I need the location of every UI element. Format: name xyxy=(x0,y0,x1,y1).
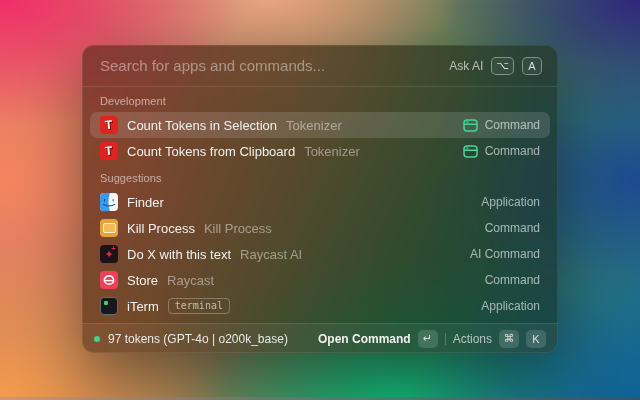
command-icon xyxy=(463,145,478,158)
search-input[interactable] xyxy=(98,56,441,75)
terminal-tag: terminal xyxy=(168,298,230,314)
return-key-icon: ↵ xyxy=(418,330,438,348)
status-dot-icon xyxy=(94,336,100,342)
item-title: Count Tokens from Clipboard xyxy=(127,144,295,159)
item-subtitle: Raycast xyxy=(167,273,214,288)
item-type-label: Application xyxy=(481,299,540,313)
results-list: Development T Count Tokens in Selection … xyxy=(82,87,558,323)
item-title: iTerm xyxy=(127,299,159,314)
tokenizer-extension-icon: T xyxy=(100,116,118,134)
k-key-badge: K xyxy=(526,330,546,348)
footer-bar: 97 tokens (GPT-4o | o200k_base) Open Com… xyxy=(82,323,558,353)
desktop-wallpaper: Ask AI ⌥ A Development T Count Tokens in… xyxy=(0,0,640,400)
command-key-icon: ⌘ xyxy=(499,330,519,348)
item-type-label: Application xyxy=(481,195,540,209)
raycast-window: Ask AI ⌥ A Development T Count Tokens in… xyxy=(82,45,558,353)
item-subtitle: Tokenizer xyxy=(286,118,342,133)
list-item-iterm[interactable]: iTerm terminal Application xyxy=(90,293,550,319)
item-type-label: Command xyxy=(485,118,540,132)
token-count-status: 97 tokens (GPT-4o | o200k_base) xyxy=(108,332,288,346)
command-icon xyxy=(463,119,478,132)
actions-button[interactable]: Actions xyxy=(453,332,492,346)
a-key-badge: A xyxy=(522,57,542,75)
item-type-label: AI Command xyxy=(470,247,540,261)
item-title: Kill Process xyxy=(127,221,195,236)
item-title: Do X with this text xyxy=(127,247,231,262)
search-bar: Ask AI ⌥ A xyxy=(82,45,558,86)
list-item-finder[interactable]: Finder Application xyxy=(90,189,550,215)
list-item-count-tokens-clipboard[interactable]: T Count Tokens from Clipboard Tokenizer … xyxy=(90,138,550,164)
list-item-kill-process[interactable]: Kill Process Kill Process Command xyxy=(90,215,550,241)
section-header-suggestions: Suggestions xyxy=(90,164,550,189)
raycast-store-icon xyxy=(100,271,118,289)
item-subtitle: Tokenizer xyxy=(304,144,360,159)
raycast-ai-icon: ✦+ xyxy=(100,245,118,263)
option-key-icon: ⌥ xyxy=(491,57,514,75)
item-title: Store xyxy=(127,273,158,288)
item-title: Finder xyxy=(127,195,164,210)
list-item-do-x-with-text[interactable]: ✦+ Do X with this text Raycast AI AI Com… xyxy=(90,241,550,267)
item-subtitle: Raycast AI xyxy=(240,247,302,262)
list-item-count-tokens-selection[interactable]: T Count Tokens in Selection Tokenizer Co… xyxy=(90,112,550,138)
item-subtitle: Kill Process xyxy=(204,221,272,236)
ask-ai-label[interactable]: Ask AI xyxy=(449,59,483,73)
item-type-label: Command xyxy=(485,273,540,287)
tokenizer-extension-icon: T xyxy=(100,142,118,160)
item-title: Count Tokens in Selection xyxy=(127,118,277,133)
footer-divider xyxy=(445,333,446,345)
item-type-label: Command xyxy=(485,221,540,235)
kill-process-icon xyxy=(100,219,118,237)
finder-app-icon xyxy=(100,193,118,211)
open-command-button[interactable]: Open Command xyxy=(318,332,411,346)
iterm-app-icon xyxy=(100,297,118,315)
section-header-development: Development xyxy=(90,87,550,112)
item-type-label: Command xyxy=(485,144,540,158)
list-item-store[interactable]: Store Raycast Command xyxy=(90,267,550,293)
